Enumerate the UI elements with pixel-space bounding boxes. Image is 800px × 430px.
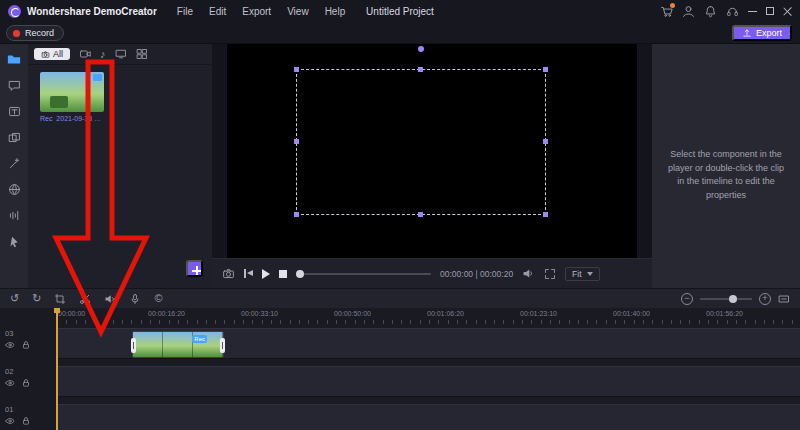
redo-icon[interactable]: ↻ [32,293,41,304]
stop-button[interactable] [279,270,287,278]
export-button[interactable]: Export [732,25,792,41]
timeline-zoom-knob[interactable] [729,295,737,303]
zoom-fit-dropdown[interactable]: Fit [565,267,599,281]
menu-edit[interactable]: Edit [209,6,226,17]
rotate-handle[interactable] [418,46,424,52]
tab-screen[interactable] [115,48,127,60]
window-minimize-button[interactable] [748,11,757,12]
effects-wand-icon[interactable] [4,155,24,171]
timeline-zoom-controls: − + [681,293,790,305]
timeline: 00:00:00 00:00:16:20 00:00:33:10 00:00:5… [0,308,800,430]
media-clip-name: Rec_2021-09-13 05-28-2... [40,115,104,122]
ruler-label: 00:01:06:20 [427,310,464,317]
tab-grid[interactable] [136,48,148,60]
timeline-toolbar: ↺ ↻ © − + [0,288,800,308]
preview-canvas[interactable] [227,44,637,258]
play-button[interactable] [262,269,270,279]
resize-handle-bottom-center[interactable] [418,212,423,217]
timeline-clip[interactable]: Rec [132,331,224,358]
cursor-effects-icon[interactable] [4,233,24,249]
watermark-icon[interactable]: © [154,293,162,304]
tab-audio[interactable]: ♪ [100,49,106,60]
previous-frame-button[interactable] [244,269,253,278]
app-logo-icon [8,5,21,18]
media-clip-item[interactable]: Rec_2021-09-13 05-28-2... [40,72,104,122]
media-library-icon[interactable] [4,51,24,67]
track-visibility-eye-icon[interactable] [5,378,15,388]
camera-icon [41,50,50,59]
captions-icon[interactable] [4,103,24,119]
zoom-out-button[interactable]: − [681,293,693,305]
track-lock-icon[interactable] [21,378,31,388]
audio-edit-icon[interactable] [4,207,24,223]
stickers-globe-icon[interactable] [4,181,24,197]
mute-speaker-icon[interactable] [104,293,116,305]
track-header: 03 [5,329,55,350]
track-lane[interactable] [57,366,800,397]
track-number: 02 [5,367,55,376]
volume-icon[interactable] [522,267,535,280]
resize-handle-top-center[interactable] [418,67,423,72]
track-lock-icon[interactable] [21,416,31,426]
selection-box[interactable] [296,69,546,215]
account-icon[interactable] [682,5,695,18]
titlebar: Wondershare DemoCreator File Edit Export… [0,0,800,22]
clip-trim-handle-right[interactable] [220,338,225,353]
tab-all-label: All [53,49,63,59]
resize-handle-mid-right[interactable] [543,139,548,144]
ruler-label: 00:01:56:20 [706,310,743,317]
tool-rail [0,44,28,288]
track-lock-icon[interactable] [21,340,31,350]
annotations-icon[interactable] [4,77,24,93]
properties-hint: Select the component in the player or do… [664,148,788,202]
tab-video[interactable] [79,48,91,60]
clip-trim-handle-left[interactable] [131,338,136,353]
ruler-label: 00:01:23:10 [520,310,557,317]
tab-all[interactable]: All [34,48,70,60]
zoom-in-button[interactable]: + [759,293,771,305]
window-maximize-button[interactable] [766,7,774,15]
track-visibility-eye-icon[interactable] [5,340,15,350]
record-button[interactable]: Record [6,25,64,41]
support-headset-icon[interactable] [726,5,739,18]
resize-handle-top-right[interactable] [543,67,548,72]
resize-handle-mid-left[interactable] [294,139,299,144]
split-icon[interactable] [79,293,91,305]
clip-frame [133,332,163,357]
transitions-icon[interactable] [4,129,24,145]
record-dot-icon [13,30,20,37]
fit-timeline-icon[interactable] [778,293,790,305]
cart-badge [670,3,675,8]
track-lane[interactable]: Rec [57,328,800,359]
notification-bell-icon[interactable] [704,5,717,18]
track-visibility-eye-icon[interactable] [5,416,15,426]
ruler-label: 00:00:33:10 [241,310,278,317]
trim-icon[interactable] [54,293,66,305]
menu-file[interactable]: File [177,6,193,17]
resize-handle-bottom-right[interactable] [543,212,548,217]
project-title: Untitled Project [300,6,500,17]
zoom-fit-label: Fit [572,269,581,279]
track-number: 03 [5,329,55,338]
resize-handle-bottom-left[interactable] [294,212,299,217]
seek-knob[interactable] [296,270,304,278]
snapshot-camera-icon[interactable] [222,267,235,280]
seek-slider[interactable] [296,273,431,275]
resize-handle-top-left[interactable] [294,67,299,72]
track-number: 01 [5,405,55,414]
fullscreen-icon[interactable] [544,268,556,280]
timeline-zoom-slider[interactable] [700,298,752,300]
window-close-button[interactable] [783,7,792,16]
record-label: Record [25,28,54,38]
media-clip-thumbnail[interactable] [40,72,104,112]
store-cart-icon[interactable] [660,5,673,18]
denoise-mic-icon[interactable] [129,293,141,305]
timeline-ruler[interactable]: 00:00:00 00:00:16:20 00:00:33:10 00:00:5… [0,308,800,324]
track-lane[interactable] [57,404,800,430]
playhead[interactable] [56,308,58,430]
add-to-timeline-button[interactable] [186,260,203,277]
menu-export[interactable]: Export [242,6,271,17]
undo-icon[interactable]: ↺ [10,293,19,304]
titlebar-right-icons [660,5,792,18]
time-display: 00:00:00 | 00:00:20 [440,269,513,279]
